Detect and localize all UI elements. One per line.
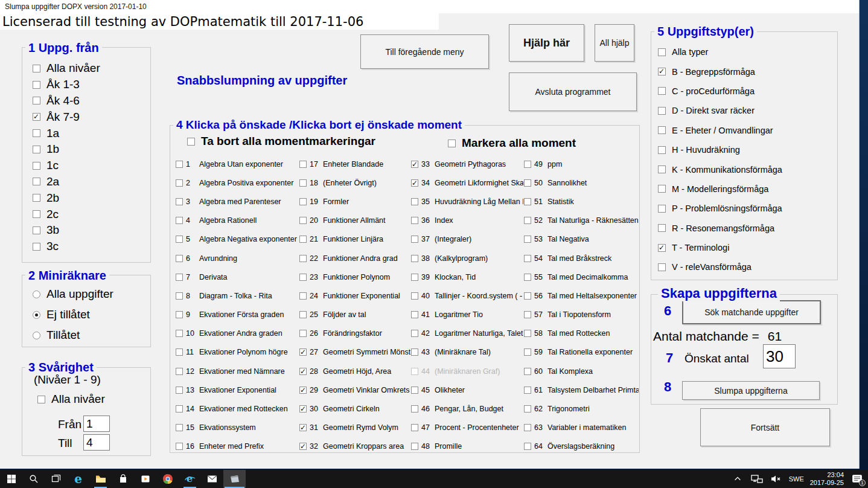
moment-checkbox-32[interactable]: 32Geometri Kroppars area xyxy=(299,437,410,456)
moment-checkbox-61[interactable]: 61Talsystem Delbarhet Primtal xyxy=(524,380,639,399)
taskbar-icon-store[interactable] xyxy=(112,470,134,488)
moment-checkbox-37[interactable]: 37(Integraler) xyxy=(411,230,523,249)
taskbar-icon-start[interactable] xyxy=(0,470,22,488)
type-option-5[interactable]: H - Huvudräkning xyxy=(658,140,782,159)
type-option-8[interactable]: P - Problemlösningsförmåga xyxy=(658,199,782,218)
taskbar-icon-search[interactable] xyxy=(22,470,45,488)
level-option-7[interactable]: 2a xyxy=(33,174,100,190)
taskbar-icon-chrome[interactable] xyxy=(156,470,179,488)
moment-checkbox-30[interactable]: 30Geometri Cirkeln xyxy=(299,399,410,418)
moment-checkbox-36[interactable]: 36Index xyxy=(411,211,523,230)
moment-checkbox-38[interactable]: 38(Kalkylprogram) xyxy=(411,249,523,268)
moment-checkbox-42[interactable]: 42Logaritmer Naturliga, Talet e xyxy=(411,324,523,343)
level-option-10[interactable]: 3b xyxy=(33,222,100,239)
moment-checkbox-45[interactable]: 45Olikheter xyxy=(411,380,523,399)
moment-checkbox-2[interactable]: 2Algebra Positiva exponenter xyxy=(176,173,298,192)
language-indicator[interactable]: SWE xyxy=(789,475,804,483)
type-option-7[interactable]: M - Modelleringsförmåga xyxy=(658,179,782,199)
moment-checkbox-26[interactable]: 26Förändringsfaktor xyxy=(299,324,410,343)
mark-all-moments-checkbox[interactable]: Markera alla moment xyxy=(448,136,576,150)
moment-checkbox-40[interactable]: 40Tallinjer - Koord.system ( - V xyxy=(411,286,523,305)
help-here-button[interactable]: Hjälp här xyxy=(509,24,584,62)
type-option-1[interactable]: B - Begreppsförmåga xyxy=(658,62,782,81)
moment-checkbox-63[interactable]: 63Variabler i matematiken xyxy=(524,419,639,437)
moment-checkbox-12[interactable]: 12Ekvationer med Nämnare xyxy=(176,362,298,380)
till-input[interactable] xyxy=(83,434,110,451)
level-option-11[interactable]: 3c xyxy=(33,239,100,255)
type-option-3[interactable]: D - Direkt svar räcker xyxy=(658,101,782,120)
moment-checkbox-18[interactable]: 18(Enheter Övrigt) xyxy=(299,173,410,192)
search-matching-button[interactable]: Sök matchande uppgifter xyxy=(682,300,821,324)
moment-checkbox-35[interactable]: 35Huvudräkning Låg Mellan Hög xyxy=(411,192,523,211)
moment-checkbox-7[interactable]: 7Derivata xyxy=(176,268,298,286)
level-option-9[interactable]: 2c xyxy=(33,206,100,222)
moment-checkbox-34[interactable]: 34Geometri Likformighet Skala xyxy=(411,173,523,192)
type-option-9[interactable]: R - Resonemangsförmåga xyxy=(658,219,782,238)
moment-checkbox-9[interactable]: 9Ekvationer Första graden xyxy=(176,306,298,324)
moment-checkbox-39[interactable]: 39Klockan, Tid xyxy=(411,268,523,286)
taskbar-icon-internet-explorer[interactable]: e xyxy=(179,470,201,488)
previous-menu-button[interactable]: Till föregående meny xyxy=(360,34,489,69)
moment-checkbox-23[interactable]: 23Funktioner Polynom xyxy=(299,268,410,286)
action-center-icon[interactable]: 1 xyxy=(850,472,864,486)
moment-checkbox-16[interactable]: 16Enheter med Prefix xyxy=(176,437,298,456)
all-levels-checkbox[interactable]: Alla nivåer xyxy=(37,393,105,406)
all-help-button[interactable]: All hjälp xyxy=(595,24,634,62)
moment-checkbox-8[interactable]: 8Diagram - Tolka - Rita xyxy=(176,286,298,305)
moment-checkbox-33[interactable]: 33Geometri Pythagoras xyxy=(411,155,523,173)
moment-checkbox-56[interactable]: 56Tal med Heltalsexponenter xyxy=(524,286,639,305)
moment-checkbox-43[interactable]: 43(Miniräknare Tal) xyxy=(411,343,523,362)
taskbar-icon-task-view[interactable] xyxy=(45,470,67,488)
moment-checkbox-5[interactable]: 5Algebra Negativa exponenter xyxy=(176,230,298,249)
level-option-3[interactable]: Åk 7-9 xyxy=(33,109,100,125)
calculator-option-2[interactable]: Tillåtet xyxy=(33,325,113,345)
moment-checkbox-64[interactable]: 64Överslagsberäkning xyxy=(524,437,639,456)
moment-checkbox-46[interactable]: 46Pengar, Lån, Budget xyxy=(411,399,523,418)
moment-checkbox-47[interactable]: 47Procent - Procentenheter xyxy=(411,419,523,437)
moment-checkbox-24[interactable]: 24Funktioner Exponential xyxy=(299,286,410,305)
level-option-5[interactable]: 1b xyxy=(33,141,100,158)
moment-checkbox-55[interactable]: 55Tal med Decimalkomma xyxy=(524,268,639,286)
moment-checkbox-31[interactable]: 31Geometri Rymd Volym xyxy=(299,419,410,437)
moment-checkbox-1[interactable]: 1Algebra Utan exponenter xyxy=(176,155,298,173)
moment-checkbox-62[interactable]: 62Trigonometri xyxy=(524,399,639,418)
moment-checkbox-17[interactable]: 17Enheter Blandade xyxy=(299,155,410,173)
moment-checkbox-60[interactable]: 60Tal Komplexa xyxy=(524,362,639,380)
moment-checkbox-21[interactable]: 21Funktioner Linjära xyxy=(299,230,410,249)
type-option-10[interactable]: T - Terminologi xyxy=(658,238,782,257)
type-option-4[interactable]: E - Eheter / Omvandlingar xyxy=(658,121,782,140)
taskbar-icon-films-tv[interactable] xyxy=(134,470,156,488)
moment-checkbox-57[interactable]: 57Tal i Tiopotensform xyxy=(524,306,639,324)
moment-checkbox-25[interactable]: 25Följder av tal xyxy=(299,306,410,324)
desired-count-input[interactable] xyxy=(763,344,796,368)
moment-checkbox-53[interactable]: 53Tal Negativa xyxy=(524,230,639,249)
level-option-2[interactable]: Åk 4-6 xyxy=(33,93,100,109)
moment-checkbox-58[interactable]: 58Tal med Rottecken xyxy=(524,324,639,343)
network-icon[interactable] xyxy=(750,472,764,486)
level-option-6[interactable]: 1c xyxy=(33,158,100,174)
calculator-option-0[interactable]: Alla uppgifter xyxy=(33,284,113,304)
hidden-icons-chevron-icon[interactable] xyxy=(731,472,744,486)
type-option-11[interactable]: V - releVansförmåga xyxy=(658,257,782,277)
moment-checkbox-59[interactable]: 59Tal Rationella exponenter xyxy=(524,343,639,362)
moment-checkbox-48[interactable]: 48Promille xyxy=(411,437,523,456)
taskbar-icon-dopx-app[interactable] xyxy=(223,470,246,488)
moment-checkbox-29[interactable]: 29Geometri Vinklar Omkrets xyxy=(299,380,410,399)
moment-checkbox-14[interactable]: 14Ekvationer med Rottecken xyxy=(176,399,298,418)
type-option-2[interactable]: C - proCedurförmåga xyxy=(658,82,782,101)
moment-checkbox-54[interactable]: 54Tal med Bråkstreck xyxy=(524,249,639,268)
moment-checkbox-49[interactable]: 49ppm xyxy=(524,155,639,173)
exit-program-button[interactable]: Avsluta programmet xyxy=(509,72,637,111)
clear-all-moments-checkbox[interactable]: Ta bort alla momentmarkeringar xyxy=(187,135,375,148)
moment-checkbox-50[interactable]: 50Sannolikhet xyxy=(524,173,639,192)
moment-checkbox-41[interactable]: 41Logaritmer Tio xyxy=(411,306,523,324)
moment-checkbox-3[interactable]: 3Algebra med Parenteser xyxy=(176,192,298,211)
taskbar-clock[interactable]: 23:04 2017-09-25 xyxy=(810,471,844,487)
moment-checkbox-28[interactable]: 28Geometri Höjd, Area xyxy=(299,362,410,380)
moment-checkbox-13[interactable]: 13Ekvationer Exponential xyxy=(176,380,298,399)
moment-checkbox-4[interactable]: 4Algebra Rationell xyxy=(176,211,298,230)
level-option-4[interactable]: 1a xyxy=(33,125,100,141)
from-input[interactable] xyxy=(83,416,110,432)
moment-checkbox-52[interactable]: 52Tal Naturliga - Räknesätten xyxy=(524,211,639,230)
type-option-0[interactable]: Alla typer xyxy=(658,42,782,62)
